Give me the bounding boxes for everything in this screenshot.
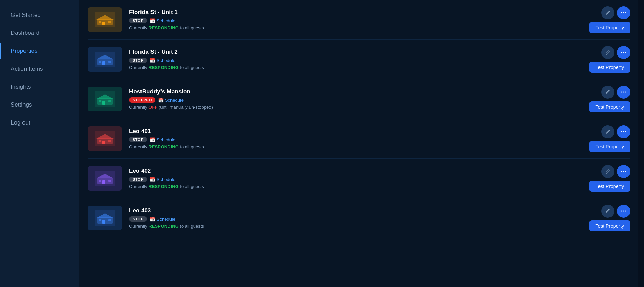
stop-badge[interactable]: STOP	[129, 18, 147, 23]
property-image	[88, 126, 122, 151]
svg-rect-23	[108, 100, 111, 102]
svg-point-53	[625, 211, 626, 212]
property-tags: STOP📅 Schedule	[129, 58, 583, 63]
svg-rect-4	[99, 21, 101, 23]
sidebar-item-settings[interactable]: Settings	[0, 97, 79, 113]
svg-rect-22	[99, 100, 101, 102]
calendar-icon: 📅	[150, 18, 155, 23]
schedule-link[interactable]: 📅 Schedule	[150, 217, 175, 222]
more-button[interactable]	[617, 165, 630, 178]
property-tags: STOP📅 Schedule	[129, 137, 583, 142]
svg-point-15	[621, 52, 622, 53]
status-highlight: RESPONDING	[148, 224, 178, 229]
property-name: Florida St - Unit 1	[129, 9, 583, 16]
sidebar-item-insights[interactable]: Insights	[0, 79, 79, 95]
schedule-link[interactable]: 📅 Schedule	[158, 98, 184, 103]
edit-button[interactable]	[601, 205, 614, 218]
status-highlight: RESPONDING	[148, 25, 178, 30]
property-card: Leo 401STOP📅 ScheduleCurrently RESPONDIN…	[88, 119, 630, 159]
svg-point-51	[621, 211, 622, 212]
property-card: Florida St - Unit 1STOP📅 ScheduleCurrent…	[88, 0, 630, 40]
status-highlight: RESPONDING	[148, 144, 178, 149]
property-name: Leo 403	[129, 207, 583, 214]
property-status: Currently RESPONDING to all guests	[129, 144, 583, 149]
property-image	[88, 166, 122, 191]
stop-badge[interactable]: STOP	[129, 137, 147, 142]
svg-rect-30	[102, 141, 105, 144]
property-status: Currently OFF (until manually un-stopped…	[129, 105, 583, 110]
property-tags: STOP📅 Schedule	[129, 177, 583, 182]
svg-rect-13	[99, 61, 101, 63]
stop-badge[interactable]: STOP	[129, 58, 147, 63]
schedule-link[interactable]: 📅 Schedule	[150, 18, 175, 23]
property-card: Florida St - Unit 2STOP📅 ScheduleCurrent…	[88, 40, 630, 79]
sidebar-item-properties[interactable]: Properties	[0, 43, 79, 59]
status-highlight: RESPONDING	[148, 65, 178, 70]
test-property-button[interactable]: Test Property	[589, 141, 630, 152]
stopped-badge[interactable]: STOPPED	[129, 97, 155, 103]
edit-button[interactable]	[601, 46, 614, 59]
action-button-row	[601, 46, 630, 59]
property-status: Currently RESPONDING to all guests	[129, 65, 583, 70]
stop-badge[interactable]: STOP	[129, 177, 147, 182]
sidebar-item-action-items[interactable]: Action Items	[0, 61, 79, 77]
svg-point-7	[623, 12, 624, 13]
svg-rect-49	[99, 219, 101, 221]
property-card: HostBuddy's MansionSTOPPED📅 ScheduleCurr…	[88, 79, 630, 119]
calendar-icon: 📅	[150, 217, 155, 222]
svg-point-16	[623, 52, 624, 53]
calendar-icon: 📅	[150, 58, 155, 63]
property-image	[88, 87, 122, 111]
test-property-button[interactable]: Test Property	[589, 101, 630, 112]
svg-point-17	[625, 52, 626, 53]
sidebar-item-logout[interactable]: Log out	[0, 115, 79, 131]
test-property-button[interactable]: Test Property	[589, 181, 630, 192]
schedule-link[interactable]: 📅 Schedule	[150, 137, 175, 142]
property-actions: Test Property	[589, 165, 630, 192]
scrollbar-area	[638, 0, 644, 287]
svg-point-8	[625, 12, 626, 13]
svg-rect-21	[102, 101, 105, 105]
action-button-row	[601, 6, 630, 19]
more-button[interactable]	[617, 6, 630, 19]
action-button-row	[601, 165, 630, 178]
svg-point-25	[623, 92, 624, 93]
edit-button[interactable]	[601, 86, 614, 99]
svg-rect-32	[108, 140, 111, 142]
more-button[interactable]	[617, 205, 630, 218]
svg-rect-12	[102, 61, 105, 65]
more-button[interactable]	[617, 46, 630, 59]
stop-badge[interactable]: STOP	[129, 216, 147, 222]
svg-rect-31	[99, 140, 101, 142]
property-info: Florida St - Unit 1STOP📅 ScheduleCurrent…	[129, 9, 583, 30]
svg-rect-41	[108, 180, 111, 182]
test-property-button[interactable]: Test Property	[589, 62, 630, 73]
property-info: Leo 401STOP📅 ScheduleCurrently RESPONDIN…	[129, 128, 583, 149]
property-image	[88, 206, 122, 230]
property-card: Leo 403STOP📅 ScheduleCurrently RESPONDIN…	[88, 198, 630, 238]
property-tags: STOP📅 Schedule	[129, 216, 583, 222]
schedule-link[interactable]: 📅 Schedule	[150, 58, 175, 63]
property-card: Leo 402STOP📅 ScheduleCurrently RESPONDIN…	[88, 159, 630, 198]
property-info: Leo 402STOP📅 ScheduleCurrently RESPONDIN…	[129, 168, 583, 189]
test-property-button[interactable]: Test Property	[589, 22, 630, 33]
svg-point-52	[623, 211, 624, 212]
schedule-link[interactable]: 📅 Schedule	[150, 177, 175, 182]
action-button-row	[601, 205, 630, 218]
calendar-icon: 📅	[150, 177, 155, 182]
edit-button[interactable]	[601, 165, 614, 178]
sidebar-item-get-started[interactable]: Get Started	[0, 7, 79, 23]
property-image	[88, 7, 122, 32]
property-tags: STOP📅 Schedule	[129, 18, 583, 23]
sidebar-item-dashboard[interactable]: Dashboard	[0, 25, 79, 41]
edit-button[interactable]	[601, 6, 614, 19]
svg-point-43	[623, 171, 624, 172]
properties-list: Florida St - Unit 1STOP📅 ScheduleCurrent…	[79, 0, 638, 287]
more-button[interactable]	[617, 125, 630, 138]
property-name: HostBuddy's Mansion	[129, 88, 583, 95]
edit-button[interactable]	[601, 125, 614, 138]
svg-rect-50	[108, 219, 111, 221]
svg-point-42	[621, 171, 622, 172]
test-property-button[interactable]: Test Property	[589, 220, 630, 231]
more-button[interactable]	[617, 86, 630, 99]
